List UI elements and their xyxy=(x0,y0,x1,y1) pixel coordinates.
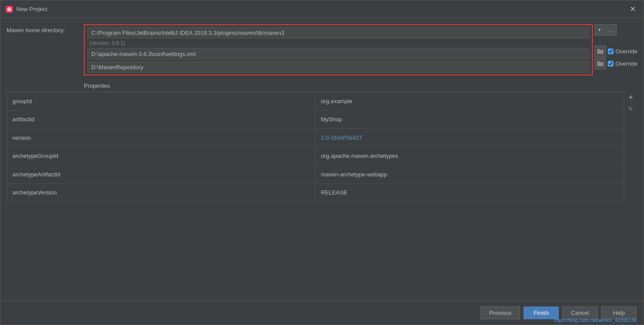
user-settings-controls: Override xyxy=(595,45,637,57)
property-value: org.example xyxy=(316,92,624,111)
title-bar-left: New Project xyxy=(6,6,47,13)
maven-home-dropdown-btn[interactable]: ▼ xyxy=(595,24,604,36)
prop-side-actions: +✎ xyxy=(624,92,637,115)
property-key: archetypeVersion xyxy=(7,183,316,202)
property-key: artifactId xyxy=(7,110,316,129)
svg-rect-5 xyxy=(597,49,600,51)
local-repo-browse-btn[interactable] xyxy=(595,58,606,69)
svg-rect-1 xyxy=(7,9,11,10)
dialog-title: New Project xyxy=(16,6,47,12)
user-settings-input[interactable] xyxy=(87,48,589,60)
property-value: MyShop xyxy=(316,110,624,129)
edit-property-btn[interactable]: ✎ xyxy=(626,104,636,114)
properties-title: Properties xyxy=(84,82,637,89)
dialog-content: Maven home directory:(Version: 3.6.1)▼…O… xyxy=(0,18,644,301)
svg-rect-2 xyxy=(8,7,11,8)
property-value: maven-archetype-webapp xyxy=(316,165,624,184)
local-repo-input[interactable] xyxy=(87,61,589,73)
maven-home-label: Maven home directory: xyxy=(7,24,84,34)
table-row: artifactIdMyShop xyxy=(7,110,624,129)
table-row: archetypeVersionRELEASE xyxy=(7,183,624,202)
local-repo-override-check[interactable] xyxy=(608,61,614,67)
form-area: Maven home directory:(Version: 3.6.1)▼…O… xyxy=(7,24,637,202)
table-row: archetypeGroupIdorg.apache.maven.archety… xyxy=(7,147,624,165)
local-repo-override-label: Override xyxy=(615,60,637,67)
properties-wrapper: groupIdorg.exampleartifactIdMyShopversio… xyxy=(7,92,637,202)
title-bar: New Project ✕ xyxy=(0,0,644,18)
add-property-btn[interactable]: + xyxy=(626,93,636,102)
intellij-icon xyxy=(6,6,13,13)
property-key: archetypeArtifactId xyxy=(7,165,316,184)
svg-rect-7 xyxy=(597,61,600,63)
properties-table: groupIdorg.exampleartifactIdMyShopversio… xyxy=(7,92,624,202)
highlight-box: (Version: 3.6.1) xyxy=(84,24,593,75)
property-key: archetypeGroupId xyxy=(7,147,316,165)
property-key: groupId xyxy=(7,92,316,111)
bottom-bar: Previous Finish Cancel Help https://blog… xyxy=(0,301,644,325)
user-settings-override-label: Override xyxy=(615,48,637,55)
new-project-dialog: New Project ✕ Maven home directory:(Vers… xyxy=(0,0,644,325)
svg-rect-3 xyxy=(8,10,11,11)
right-controls: ▼…OverrideOverride xyxy=(595,24,637,69)
property-key: version xyxy=(7,129,316,147)
maven-version-text: (Version: 3.6.1) xyxy=(87,40,589,46)
user-settings-override-check[interactable] xyxy=(608,49,614,54)
property-value: org.apache.maven.archetypes xyxy=(316,147,624,165)
previous-button[interactable]: Previous xyxy=(481,306,520,319)
table-row: groupIdorg.example xyxy=(7,92,624,111)
property-value: 1.0-SNAPSHOT xyxy=(316,129,624,147)
local-repo-controls: Override xyxy=(595,58,637,69)
maven-home-input[interactable] xyxy=(87,27,589,38)
maven-home-controls: ▼… xyxy=(595,24,617,36)
footer-link[interactable]: https://blog.csdn.net/weixin_42395136 xyxy=(554,318,636,323)
maven-home-row: Maven home directory:(Version: 3.6.1)▼…O… xyxy=(7,24,637,75)
table-row: archetypeArtifactIdmaven-archetype-webap… xyxy=(7,165,624,184)
table-row: version1.0-SNAPSHOT xyxy=(7,129,624,147)
property-value: RELEASE xyxy=(316,183,624,202)
maven-home-browse-btn[interactable]: … xyxy=(605,24,617,36)
close-button[interactable]: ✕ xyxy=(627,4,638,14)
user-settings-browse-btn[interactable] xyxy=(595,45,606,57)
